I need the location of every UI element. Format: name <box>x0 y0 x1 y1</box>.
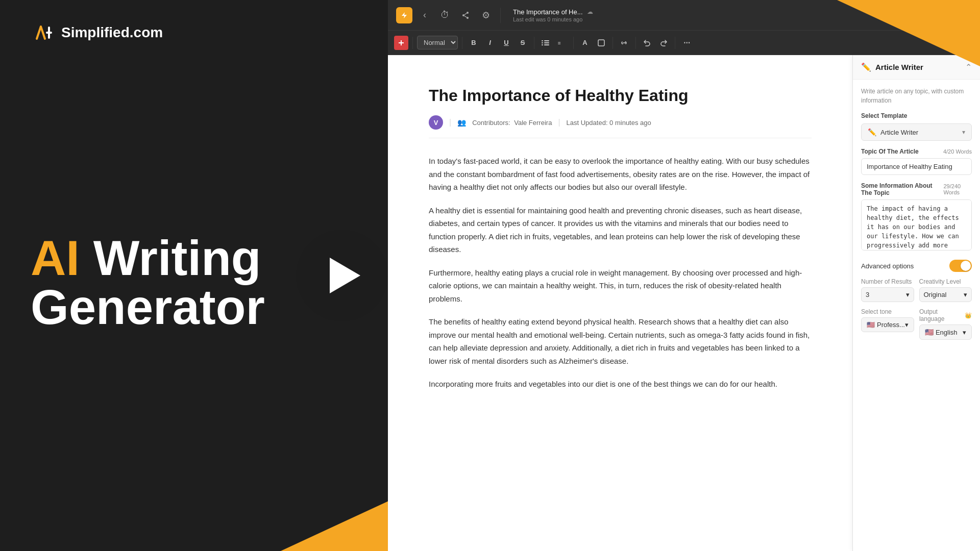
svg-rect-13 <box>598 40 604 46</box>
info-count: 29/240 Words <box>943 183 972 195</box>
doc-title: The Importance of Healthy Eating <box>429 86 812 105</box>
paragraph-5: Incorporating more fruits and vegetables… <box>429 378 812 391</box>
more-btn[interactable]: ⋯ <box>679 36 694 50</box>
template-name: Article Writer <box>880 129 918 136</box>
toolbar-divider-6 <box>635 37 636 49</box>
template-pencil-icon: ✏️ <box>868 128 876 136</box>
creativity-value: Original <box>924 291 947 298</box>
topic-label: Topic Of The Article <box>861 148 919 155</box>
svg-rect-6 <box>542 40 543 41</box>
topic-count: 4/20 Words <box>943 148 972 155</box>
template-select-row[interactable]: ✏️ Article Writer ▾ <box>861 123 972 141</box>
svg-point-3 <box>467 17 469 19</box>
tone-chevron: ▾ <box>905 321 909 329</box>
sidebar-description: Write article on any topic, with custom … <box>861 87 972 105</box>
output-label: Output language 👑 <box>919 308 972 322</box>
history-btn[interactable]: ⏱ <box>437 7 453 23</box>
collapse-btn[interactable]: ⌃ <box>965 62 972 72</box>
tone-select[interactable]: 🇺🇸 Profess... ▾ <box>861 317 914 332</box>
language-value: English <box>936 329 963 336</box>
select-template-label: Select Template <box>861 112 972 119</box>
number-results-col: Number of Results 3 ▾ <box>861 278 914 302</box>
language-chevron: ▾ <box>963 329 966 336</box>
creativity-select[interactable]: Original ▾ <box>919 287 972 302</box>
bullet-list-btn[interactable] <box>538 36 553 50</box>
language-select[interactable]: 🇺🇸 English ▾ <box>919 324 972 340</box>
svg-rect-7 <box>544 40 549 41</box>
svg-rect-11 <box>544 44 549 45</box>
doc-editor[interactable]: The Importance of Healthy Eating V | 👥 C… <box>388 55 852 551</box>
svg-rect-8 <box>542 42 543 43</box>
toolbar-divider-7 <box>675 37 675 49</box>
advanced-label: Advanced options <box>861 262 914 270</box>
hero-ai-text: AI <box>31 231 80 285</box>
lightning-icon-btn[interactable] <box>396 7 412 23</box>
italic-btn[interactable]: I <box>483 36 497 50</box>
tone-label: Select tone <box>861 308 914 315</box>
number-value: 3 <box>866 291 869 298</box>
doc-subtitle: Last edit was 0 minutes ago <box>513 16 888 22</box>
svg-line-5 <box>464 16 467 17</box>
advanced-toggle[interactable] <box>949 260 972 272</box>
topic-label-row: Topic Of The Article 4/20 Words <box>861 148 972 155</box>
underline-btn[interactable]: U <box>499 36 513 50</box>
meta-separator-1: | <box>449 118 451 127</box>
meta-separator-2: | <box>558 118 560 127</box>
svg-rect-10 <box>542 44 543 45</box>
sidebar-header: ✏️ Article Writer ⌃ <box>853 55 980 80</box>
language-flag: 🇺🇸 <box>925 328 934 336</box>
font-color-btn[interactable]: A <box>578 36 592 50</box>
toggle-knob <box>961 261 971 271</box>
format-select[interactable]: Normal <box>417 36 458 49</box>
doc-body: In today's fast-paced world, it can be e… <box>429 155 812 391</box>
sidebar-title: Article Writer <box>875 63 923 71</box>
topic-input[interactable] <box>861 158 972 175</box>
avatar: V <box>429 115 443 130</box>
contributors-icon: 👥 <box>457 118 466 127</box>
svg-point-1 <box>462 14 464 16</box>
doc-title-top: The Importance of He... ☁ <box>513 8 888 16</box>
toolbar-divider-5 <box>612 37 613 49</box>
svg-rect-9 <box>544 42 549 43</box>
play-button[interactable] <box>296 230 388 321</box>
svg-line-4 <box>464 13 467 15</box>
bold-btn[interactable]: B <box>467 36 481 50</box>
hero-writing-text: Writing <box>80 231 261 285</box>
tone-col: Select tone 🇺🇸 Profess... ▾ <box>861 308 914 335</box>
number-select[interactable]: 3 ▾ <box>861 287 914 302</box>
link-btn[interactable] <box>617 36 631 50</box>
share-btn[interactable] <box>457 7 474 23</box>
ordered-list-btn[interactable]: ≡ <box>555 36 569 50</box>
editor-container: ‹ ⏱ ⚙ The Importance of He... ☁ Last edi… <box>388 0 980 551</box>
strikethrough-btn[interactable]: S <box>516 36 530 50</box>
toolbar-divider-1 <box>412 37 413 49</box>
logo-text: Simplified.com <box>61 24 163 41</box>
undo-btn[interactable] <box>640 36 654 50</box>
info-textarea[interactable]: The impact of having a healthy diet, the… <box>861 199 972 251</box>
article-sidebar: ✏️ Article Writer ⌃ Write article on any… <box>852 55 980 551</box>
template-select-left: ✏️ Article Writer <box>868 128 918 136</box>
doc-title-name: The Importance of He... <box>513 8 583 16</box>
settings-btn[interactable]: ⚙ <box>478 7 494 23</box>
doc-area: The Importance of Healthy Eating V | 👥 C… <box>388 55 980 551</box>
language-col: Output language 👑 🇺🇸 English ▾ <box>919 308 972 340</box>
info-label-row: Some Information About The Topic 29/240 … <box>861 182 972 196</box>
tone-flag: 🇺🇸 <box>867 321 875 329</box>
redo-btn[interactable] <box>656 36 671 50</box>
creativity-label: Creativity Level <box>919 278 972 285</box>
creativity-col: Creativity Level Original ▾ <box>919 278 972 302</box>
contributors-label: Contributors: Vale Ferreira <box>472 119 552 127</box>
sidebar-body: Write article on any topic, with custom … <box>853 80 980 551</box>
red-icon-btn[interactable] <box>394 36 408 50</box>
paragraph-2: A healthy diet is essential for maintain… <box>429 204 812 256</box>
topic-field-group: Topic Of The Article 4/20 Words <box>861 148 972 175</box>
hero-generator-text: Generator <box>31 280 265 334</box>
logo-area: Simplified.com <box>31 20 357 45</box>
number-label: Number of Results <box>861 278 914 285</box>
template-chevron-icon: ▾ <box>962 129 965 136</box>
highlight-btn[interactable] <box>594 36 608 50</box>
doc-title-area: The Importance of He... ☁ Last edit was … <box>507 8 894 22</box>
back-btn[interactable]: ‹ <box>416 7 433 23</box>
last-updated: Last Updated: 0 minutes ago <box>567 119 651 127</box>
tone-value: Profess... <box>877 321 905 329</box>
